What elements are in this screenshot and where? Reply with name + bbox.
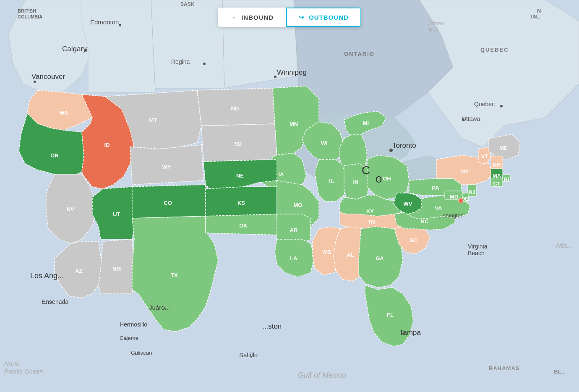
svg-text:Beach: Beach (468, 250, 485, 256)
svg-text:C: C (362, 164, 370, 177)
svg-point-59 (119, 24, 121, 26)
us-map-svg: WA OR ID MT ND SD WY MN IA NE (0, 0, 579, 392)
svg-text:UN...: UN... (531, 15, 540, 19)
svg-point-87 (127, 324, 128, 326)
outbound-label: OUTBOUND (309, 14, 349, 21)
svg-text:Virginia: Virginia (468, 243, 488, 250)
outbound-button[interactable]: ↪ OUTBOUND (286, 8, 361, 27)
svg-text:Quebec: Quebec (474, 101, 495, 107)
svg-text:Tampa: Tampa (399, 329, 421, 337)
toggle-bar: → INBOUND ↪ OUTBOUND (218, 8, 361, 27)
svg-text:ONTARIO: ONTARIO (344, 51, 375, 57)
svg-text:SASK: SASK (180, 1, 195, 7)
svg-text:N: N (537, 8, 541, 14)
inbound-arrow-icon: → (230, 14, 237, 21)
svg-text:Saltillo: Saltillo (239, 351, 258, 358)
svg-text:Ottawa: Ottawa (462, 115, 480, 122)
svg-point-55 (458, 198, 463, 203)
svg-rect-43 (491, 169, 503, 179)
svg-text:Winnipeg: Winnipeg (277, 68, 307, 76)
svg-text:James: James (428, 20, 444, 26)
svg-text:Los Ang...: Los Ang... (30, 272, 64, 280)
svg-rect-49 (468, 185, 476, 196)
svg-rect-47 (491, 178, 503, 186)
svg-point-63 (34, 81, 36, 83)
svg-text:...ston: ...ston (262, 322, 282, 330)
svg-rect-41 (491, 156, 503, 170)
svg-text:Edmonton: Edmonton (90, 18, 119, 26)
svg-text:QUEBEC: QUEBEC (480, 47, 509, 53)
svg-point-85 (164, 308, 166, 309)
inbound-button[interactable]: → INBOUND (218, 8, 286, 27)
svg-text:Juáre...: Juáre... (149, 304, 170, 311)
svg-text:...shington: ...shington (438, 212, 464, 219)
svg-text:Vancouver: Vancouver (31, 73, 65, 81)
outbound-arrow-icon: ↪ (299, 13, 305, 21)
svg-text:o: o (376, 172, 382, 185)
svg-text:BAHAMAS: BAHAMAS (489, 365, 519, 371)
svg-point-73 (462, 118, 464, 121)
svg-text:BL...: BL... (554, 368, 566, 375)
svg-text:North: North (4, 360, 20, 367)
svg-point-65 (203, 63, 206, 65)
map-container: WA OR ID MT ND SD WY MN IA NE (0, 0, 579, 392)
svg-text:BRITISH: BRITISH (18, 8, 36, 13)
svg-text:Pacific Ocean: Pacific Ocean (4, 368, 43, 375)
svg-text:Ensenada: Ensenada (42, 298, 68, 305)
svg-point-71 (500, 105, 503, 107)
svg-point-89 (125, 338, 127, 340)
svg-point-96 (402, 332, 405, 335)
svg-text:Regina: Regina (171, 58, 190, 65)
inbound-label: INBOUND (241, 14, 274, 21)
svg-point-67 (274, 76, 276, 78)
svg-text:Cajeme: Cajeme (120, 335, 138, 341)
svg-point-91 (134, 353, 136, 355)
svg-text:Bay: Bay (429, 26, 438, 33)
svg-point-75 (389, 149, 393, 152)
svg-text:COLUMBIA: COLUMBIA (18, 14, 42, 19)
svg-text:Culiacan: Culiacan (131, 350, 152, 356)
svg-point-83 (50, 301, 52, 303)
svg-text:Calgary: Calgary (62, 45, 87, 53)
svg-point-93 (250, 356, 252, 358)
svg-rect-45 (503, 175, 510, 181)
svg-text:Gulf of Mexico: Gulf of Mexico (298, 371, 346, 379)
svg-text:Atla...: Atla... (556, 242, 572, 249)
svg-text:Toronto: Toronto (392, 141, 416, 149)
svg-point-61 (85, 49, 87, 52)
svg-text:Hermosillo: Hermosillo (120, 321, 147, 328)
